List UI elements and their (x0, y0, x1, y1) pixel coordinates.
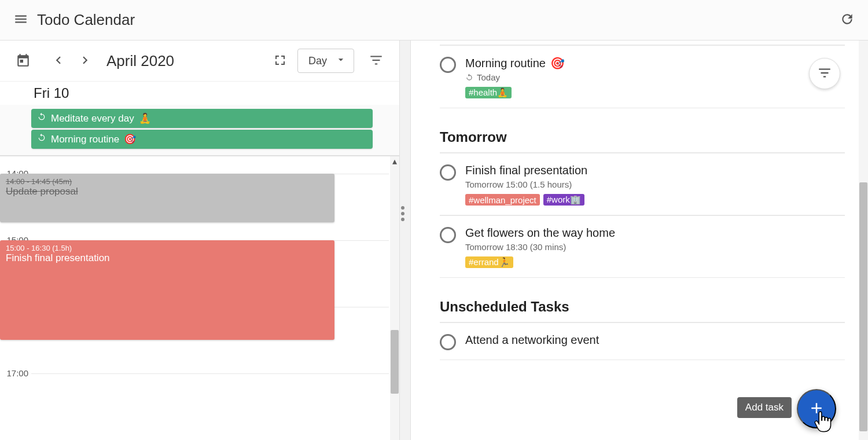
tasks-panel: Morning routine 🎯 Today #health🧘 Tomorro… (411, 41, 868, 440)
view-select-value: Day (308, 55, 327, 67)
task-meta: Tomorrow 18:30 (30 mins) (465, 242, 845, 252)
event-title: Finish final presentation (6, 252, 329, 264)
allday-event[interactable]: Meditate every day 🧘 (31, 109, 373, 128)
day-header: Fri 10 (0, 81, 399, 105)
scroll-up-arrow[interactable]: ▴ (390, 156, 399, 166)
calendar-event[interactable]: 15:00 - 16:30 (1.5h)Finish final present… (0, 240, 334, 340)
scroll-thumb[interactable] (859, 182, 867, 431)
task-group-heading: Tomorrow (440, 129, 845, 145)
calendar-filter-button[interactable] (365, 49, 388, 72)
tasks-scrollbar[interactable] (859, 41, 868, 440)
plus-icon (808, 399, 825, 419)
task-item[interactable]: Finish final presentationTomorrow 15:00 … (440, 153, 845, 215)
hour-label: 17:00 (0, 368, 28, 378)
expand-calendar-button[interactable] (269, 49, 292, 72)
hamburger-menu-button[interactable] (9, 9, 32, 32)
task-checkbox[interactable] (440, 57, 456, 73)
add-task-fab[interactable] (797, 389, 836, 428)
task-checkbox[interactable] (440, 334, 456, 350)
calendar-today-icon (16, 53, 31, 69)
task-checkbox[interactable] (440, 227, 456, 243)
task-title: Finish final presentation (465, 164, 587, 177)
allday-section: Meditate every day 🧘 Morning routine 🎯 (0, 105, 399, 156)
calendar-panel: April 2020 Day Fri 10 Meditate every day… (0, 41, 399, 440)
view-select[interactable]: Day (297, 49, 354, 73)
event-time: 14:00 - 14:45 (45m) (6, 177, 329, 186)
chevron-left-icon (50, 53, 65, 69)
refresh-button[interactable] (836, 9, 859, 32)
app-bar: Todo Calendar (0, 0, 868, 41)
filter-icon (369, 53, 384, 69)
task-repeat-label: Today (477, 72, 500, 82)
split-divider[interactable] (399, 41, 411, 440)
task-group-heading: Unscheduled Tasks (440, 299, 845, 315)
prev-period-button[interactable] (46, 49, 69, 72)
refresh-icon (840, 12, 855, 28)
next-period-button[interactable] (74, 49, 97, 72)
allday-event-title: Morning routine (51, 134, 119, 145)
fab-tooltip: Add task (737, 397, 792, 418)
scroll-thumb[interactable] (391, 330, 399, 394)
menu-icon (13, 12, 28, 28)
event-title: Update proposal (6, 186, 329, 197)
chevron-down-icon (327, 54, 347, 68)
task-emoji: 🎯 (550, 56, 565, 70)
today-button[interactable] (12, 49, 35, 72)
calendar-toolbar: April 2020 Day (0, 41, 399, 81)
allday-event[interactable]: Morning routine 🎯 (31, 130, 373, 149)
task-item[interactable]: Get flowers on the way homeTomorrow 18:3… (440, 215, 845, 277)
task-tag[interactable]: #errand🏃 (465, 256, 513, 268)
calendar-scrollbar[interactable]: ▴ (390, 156, 399, 440)
task-item[interactable]: Morning routine 🎯 Today #health🧘 (440, 45, 845, 108)
event-time: 15:00 - 16:30 (1.5h) (6, 244, 329, 252)
filter-icon (817, 65, 832, 82)
task-tag[interactable]: #wellman_project (465, 194, 540, 206)
time-grid[interactable]: 13:0014:0015:0016:0017:0014:00 - 14:45 (… (0, 156, 399, 440)
repeat-icon (37, 133, 46, 145)
task-item[interactable]: Attend a networking event (440, 322, 845, 360)
calendar-month-label: April 2020 (106, 52, 174, 70)
repeat-icon (465, 74, 473, 82)
chevron-right-icon (78, 53, 93, 69)
task-title: Morning routine (465, 57, 546, 70)
task-title: Get flowers on the way home (465, 226, 615, 240)
fullscreen-icon (273, 53, 287, 69)
task-checkbox[interactable] (440, 164, 456, 181)
allday-event-emoji: 🧘 (139, 112, 151, 124)
allday-event-emoji: 🎯 (124, 133, 136, 145)
task-tag[interactable]: #health🧘 (465, 87, 512, 98)
calendar-event[interactable]: 14:00 - 14:45 (45m)Update proposal (0, 174, 334, 222)
repeat-icon (37, 112, 46, 124)
app-title: Todo Calendar (37, 11, 135, 29)
tasks-filter-fab[interactable] (809, 58, 840, 89)
task-meta: Tomorrow 15:00 (1.5 hours) (465, 179, 845, 189)
task-title: Attend a networking event (465, 333, 599, 347)
drag-handle-icon (401, 206, 404, 222)
allday-event-title: Meditate every day (51, 113, 134, 124)
task-tag[interactable]: #work🏢 (543, 194, 584, 206)
